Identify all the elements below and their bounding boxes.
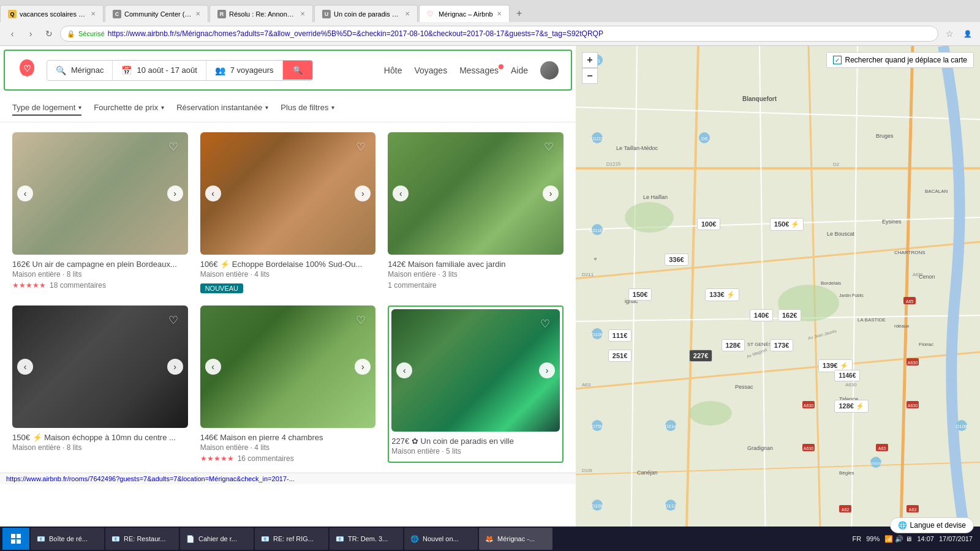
reviews-1: 18 commentaires — [50, 281, 106, 290]
airbnb-logo[interactable]: ♡ — [17, 58, 37, 82]
map-container[interactable]: D1215 D2 D211 A630 A63 A630 D109 Blanque… — [576, 46, 980, 551]
search-when-move-checkbox[interactable]: ✓ — [833, 56, 842, 64]
svg-text:D1215: D1215 — [606, 161, 621, 167]
taskbar-item-dem[interactable]: 📧 TR: Dem. 3... — [330, 528, 403, 550]
wishlist-btn-5[interactable]: ♡ — [352, 312, 369, 329]
listings-grid: ‹ › ♡ 162€ Un air de campagne en plein B… — [0, 122, 576, 473]
carousel-prev-5[interactable]: ‹ — [205, 359, 221, 375]
taskbar-item-nouvel[interactable]: 🌐 Nouvel on... — [404, 528, 478, 550]
carousel-prev-4[interactable]: ‹ — [17, 359, 33, 375]
carousel-prev-6[interactable]: ‹ — [396, 362, 412, 378]
voyages-link[interactable]: Voyages — [414, 66, 447, 75]
tab-community[interactable]: C Community Center (FR) ✕ — [105, 5, 208, 22]
back-button[interactable]: ‹ — [5, 26, 20, 41]
tab-icon-4: U — [322, 10, 331, 18]
carousel-next-1[interactable]: › — [167, 186, 183, 201]
start-button[interactable] — [2, 528, 29, 550]
carousel-next-4[interactable]: › — [167, 359, 183, 375]
carousel-next-2[interactable]: › — [355, 186, 371, 201]
price-pin-100[interactable]: 100€ — [697, 218, 720, 230]
taskbar-item-ref[interactable]: 📧 RE: ref RIG... — [255, 528, 328, 550]
price-pin-128[interactable]: 128€ — [722, 339, 745, 351]
wishlist-btn-6[interactable]: ♡ — [537, 315, 554, 332]
carousel-prev-2[interactable]: ‹ — [205, 186, 221, 201]
wishlist-btn-1[interactable]: ♡ — [165, 138, 182, 156]
price-pin-150-instant[interactable]: 150€ ⚡ — [770, 218, 804, 231]
carousel-next-6[interactable]: › — [539, 362, 555, 378]
carousel-next-3[interactable]: › — [543, 186, 559, 201]
user-avatar[interactable] — [540, 61, 559, 80]
tab-airbnb[interactable]: ♡ Mérignac – Airbnb ✕ — [419, 5, 510, 22]
listing-card-3[interactable]: ‹ › ♡ 142€ Maison familiale avec jardin … — [388, 132, 564, 293]
zoom-out-button[interactable]: − — [582, 68, 598, 84]
wishlist-btn-2[interactable]: ♡ — [352, 138, 369, 156]
hote-link[interactable]: Hôte — [384, 66, 402, 75]
tab-close-4[interactable]: ✕ — [405, 10, 410, 17]
language-button[interactable]: 🌐 Langue et devise — [890, 517, 974, 533]
browser-chrome: Q vacances scolaires 2018 ✕ C Community … — [0, 0, 980, 46]
listing-card-1[interactable]: ‹ › ♡ 162€ Un air de campagne en plein B… — [12, 132, 188, 293]
messages-badge-dot — [499, 64, 503, 69]
tab-close-2[interactable]: ✕ — [195, 10, 200, 17]
location-field[interactable]: 🔍 Mérignac — [47, 61, 113, 80]
tab-coin[interactable]: U Un coin de paradis en vi... ✕ — [314, 5, 418, 22]
price-pin-128-instant[interactable]: 128€ ⚡ — [834, 400, 869, 413]
carousel-next-5[interactable]: › — [355, 359, 371, 375]
zoom-in-button[interactable]: + — [582, 52, 598, 68]
wishlist-btn-4[interactable]: ♡ — [165, 312, 182, 329]
listing-footer-2: NOUVEAU — [200, 281, 376, 293]
search-button[interactable]: 🔍 — [283, 61, 312, 80]
svg-text:♡: ♡ — [23, 64, 31, 73]
tab-vacances[interactable]: Q vacances scolaires 2018 ✕ — [0, 5, 104, 22]
taskbar-item-boite[interactable]: 📧 Boîte de ré... — [31, 528, 104, 550]
refresh-button[interactable]: ↻ — [42, 26, 56, 41]
guests-field[interactable]: 👥 7 voyageurs — [206, 61, 283, 80]
listing-info-3: 142€ Maison familiale avec jardin Maison… — [388, 255, 564, 290]
carousel-prev-3[interactable]: ‹ — [393, 186, 409, 201]
aide-link[interactable]: Aide — [511, 66, 528, 75]
price-pin-1146[interactable]: 1146€ — [834, 370, 860, 381]
taskbar-icon-restaurant: 📧 — [111, 535, 120, 543]
taskbar-item-merignac[interactable]: 🦊 Mérignac -... — [479, 528, 552, 550]
svg-text:LA BASTIDE: LA BASTIDE — [858, 317, 886, 323]
listing-card-4[interactable]: ‹ › ♡ 150€ ⚡ Maison échoppe à 10mn du ce… — [12, 305, 188, 463]
taskbar-item-cahier[interactable]: 📄 Cahier de r... — [180, 528, 254, 550]
tab-close-5[interactable]: ✕ — [497, 10, 502, 17]
listing-info-6: 227€ ✿ Un coin de paradis en ville Maiso… — [391, 432, 560, 455]
listing-type-4: Maison entière · 8 lits — [12, 443, 188, 452]
search-when-move-bar[interactable]: ✓ Rechercher quand je déplace la carte — [826, 52, 974, 68]
filter-plus[interactable]: Plus de filtres ▾ — [281, 100, 334, 116]
new-tab-button[interactable]: + — [511, 5, 528, 22]
taskbar-item-restaurant[interactable]: 📧 RE: Restaur... — [105, 528, 179, 550]
price-pin-150[interactable]: 150€ — [628, 288, 652, 301]
price-pin-251[interactable]: 251€ — [608, 350, 631, 362]
messages-link[interactable]: Messages — [459, 66, 499, 75]
filter-type-logement[interactable]: Type de logement ▾ — [12, 100, 81, 116]
price-pin-227-active[interactable]: 227€ — [689, 350, 712, 362]
listing-image-6: ‹ › ♡ — [391, 309, 560, 432]
listing-card-2[interactable]: ‹ › ♡ 106€ ⚡ Echoppe Bordelaise 100% Sud… — [200, 132, 376, 293]
price-pin-133[interactable]: 133€ ⚡ — [705, 288, 739, 301]
carousel-prev-1[interactable]: ‹ — [17, 186, 33, 201]
listing-card-6[interactable]: ‹ › ♡ 227€ ✿ Un coin de paradis en ville… — [388, 305, 564, 463]
tab-close-3[interactable]: ✕ — [300, 10, 305, 17]
bookmark-button[interactable]: ☆ — [942, 26, 957, 41]
price-pin-336[interactable]: 336€ — [665, 253, 688, 266]
tab-resolu[interactable]: R Résolu : Re: Annonce pu... ✕ — [209, 5, 313, 22]
svg-rect-93 — [17, 539, 21, 544]
address-bar[interactable]: 🔒 Sécurisé https://www.airbnb.fr/s/Mérig… — [60, 26, 938, 42]
price-pin-162[interactable]: 162€ — [778, 309, 801, 321]
filter-fourchette-prix[interactable]: Fourchette de prix ▾ — [94, 100, 164, 116]
price-pin-111[interactable]: 111€ — [608, 329, 631, 342]
listing-image-5: ‹ › ♡ — [200, 305, 376, 428]
price-pin-140[interactable]: 140€ — [750, 309, 773, 321]
forward-button[interactable]: › — [23, 26, 38, 41]
svg-rect-91 — [17, 534, 21, 538]
filter-reservation[interactable]: Réservation instantanée ▾ — [176, 100, 268, 116]
wishlist-btn-3[interactable]: ♡ — [540, 138, 557, 156]
dates-field[interactable]: 📅 10 août - 17 août — [113, 61, 206, 80]
tab-close-1[interactable]: ✕ — [91, 10, 96, 17]
profile-button[interactable]: 👤 — [960, 26, 975, 41]
listing-card-5[interactable]: ‹ › ♡ 146€ Maison en pierre 4 chambres M… — [200, 305, 376, 463]
price-pin-173[interactable]: 173€ — [770, 339, 793, 351]
